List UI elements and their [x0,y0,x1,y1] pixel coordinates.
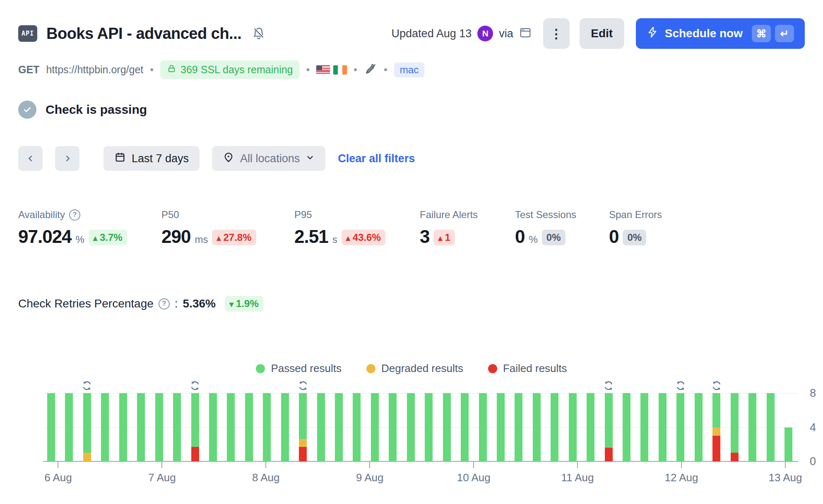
chart-bar[interactable] [173,393,181,461]
chart-bar[interactable] [353,393,361,461]
page-title: Books API - advanced ch... [46,25,241,43]
chart-bar[interactable] [605,393,613,461]
prev-period-button[interactable] [18,146,43,171]
chart-bar[interactable] [155,393,163,461]
degraded-dot-icon [366,364,375,373]
locations-dropdown[interactable]: All locations [212,146,325,171]
x-tick-label: 7 Aug [148,471,176,484]
metric-p95: P95 2.51 s 43.6% [294,209,420,247]
trend-down-icon [229,298,233,310]
chart-bar[interactable] [623,393,630,461]
chart-bar[interactable] [640,393,648,461]
chart-bar[interactable] [748,393,756,461]
chart-bar[interactable] [767,393,775,461]
delta-badge: 27.8% [212,230,256,245]
lightning-icon [647,26,658,41]
next-period-button[interactable] [55,146,79,171]
chart-bar[interactable] [83,393,91,461]
chart-bar[interactable] [245,393,253,461]
browser-window-icon [519,26,532,41]
chart-bar[interactable] [317,393,325,461]
chart-bar[interactable] [191,393,199,461]
chart-bar[interactable] [784,393,792,461]
help-icon[interactable]: ? [159,298,170,310]
chart-bar[interactable] [515,393,522,461]
lock-icon [167,64,176,76]
chart-bar[interactable] [227,393,235,461]
chart-bar[interactable] [65,393,73,461]
chart-bar[interactable] [461,393,469,461]
ssl-badge-label: 369 SSL days remaining [180,64,293,76]
clear-all-filters-link[interactable]: Clear all filters [338,152,415,165]
chart-bar[interactable] [479,393,487,461]
bar-segment-failed [712,436,720,461]
chart-bar[interactable] [731,393,739,461]
chart-bar[interactable] [587,393,594,461]
metrics-row: Availability ? 97.024 % 3.7% P50 290 ms … [18,209,805,247]
chart-bar[interactable] [712,393,720,461]
metric-value: 97.024 [18,226,72,247]
chart-bar[interactable] [137,393,145,461]
chart-bar[interactable] [551,393,558,461]
help-icon[interactable]: ? [69,209,80,221]
retry-icon [298,380,308,393]
shortcut-keys: ⌘ ↵ [752,25,794,42]
chart-bar[interactable] [263,393,271,461]
chart-bar[interactable] [101,393,109,461]
trend-up-icon [93,232,97,243]
metric-value: 0 [609,226,618,247]
chevron-down-icon [306,152,315,165]
chart-bar[interactable] [407,393,415,461]
bar-segment-passed [712,393,720,427]
more-options-button[interactable] [543,18,570,49]
chart-bar[interactable] [569,393,577,461]
chart-bar[interactable] [209,393,217,461]
metric-label: Failure Alerts [420,209,478,221]
chart-bar[interactable] [335,393,343,461]
chart-bar[interactable] [533,393,541,461]
bar-segment-passed [191,393,199,447]
bar-segment-passed [587,393,594,461]
failed-dot-icon [488,364,497,373]
delta-badge: 3.7% [89,230,127,245]
chart-bar[interactable] [443,393,451,461]
bar-segment-passed [101,393,109,461]
bar-segment-failed [299,447,307,461]
chart-bar[interactable] [695,393,703,461]
metric-span-errors: Span Errors 0 0% [609,209,662,247]
retry-icon [675,380,686,393]
metric-failure-alerts: Failure Alerts 3 1 [420,209,515,247]
chart-bar[interactable] [299,393,307,461]
ireland-flag-icon [333,65,347,74]
bar-segment-passed [695,393,703,461]
calendar-icon [114,151,126,166]
chart-bar[interactable] [676,393,684,461]
bar-segment-passed [299,393,307,439]
schedule-now-button[interactable]: Schedule now ⌘ ↵ [636,18,805,49]
bar-segment-passed [137,393,145,461]
legend-label: Passed results [271,362,342,375]
chart-bar[interactable] [119,393,127,461]
updated-info: Updated Aug 13 N via [392,26,532,41]
date-range-button[interactable]: Last 7 days [103,146,200,171]
x-tick-label: 6 Aug [44,471,72,484]
filter-bar: Last 7 days All locations Clear all filt… [18,146,805,171]
chart-plot-area [43,393,798,461]
metric-unit: % [76,234,84,245]
schedule-now-label: Schedule now [665,27,743,40]
chart-bar[interactable] [47,393,55,461]
cmd-key-icon: ⌘ [752,25,771,42]
chart-bar[interactable] [371,393,379,461]
chart-bar[interactable] [497,393,505,461]
chart-bar[interactable] [389,393,397,461]
bar-segment-passed [461,393,469,461]
chart-bar[interactable] [281,393,289,461]
x-tick-mark [161,461,162,468]
edit-button[interactable]: Edit [580,18,624,49]
bar-segment-passed [173,393,181,461]
chart-bar[interactable] [425,393,433,461]
legend-item-passed: Passed results [256,362,342,375]
chart-bar[interactable] [659,393,667,461]
x-tick-mark [785,461,786,468]
bar-segment-passed [515,393,522,461]
